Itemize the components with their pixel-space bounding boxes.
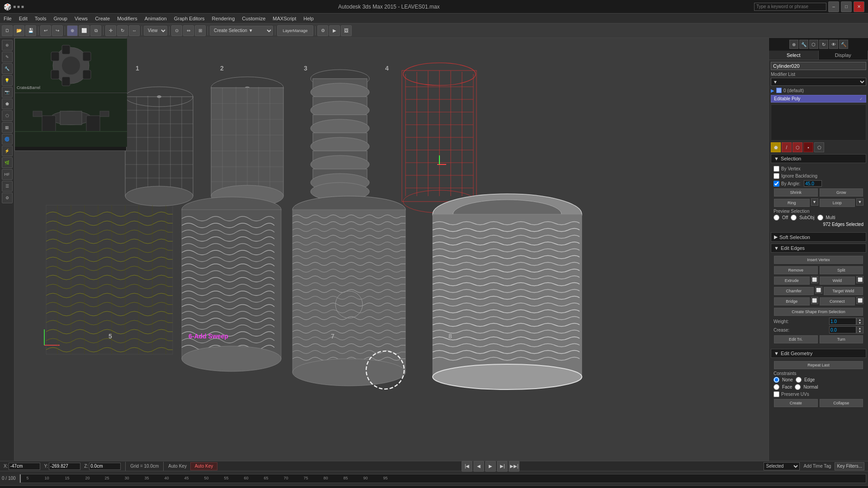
modify-tab[interactable]: 🔧 xyxy=(799,40,808,49)
window-crossing-button[interactable]: ⧉ xyxy=(90,25,101,36)
shrink-button[interactable]: Shrink xyxy=(774,188,818,197)
ring-spinner[interactable]: ▼ xyxy=(811,198,818,206)
go-start-button[interactable]: |◀ xyxy=(462,461,472,472)
sidebar-btn-3[interactable]: 🔧 xyxy=(2,63,13,74)
menu-group[interactable]: Group xyxy=(50,15,71,22)
element-icon[interactable]: ⬠ xyxy=(814,142,824,152)
preview-off-radio[interactable] xyxy=(774,215,779,221)
display-tab[interactable]: 👁 xyxy=(829,40,838,49)
vertex-icon[interactable]: ⬟ xyxy=(771,142,781,152)
sidebar-btn-13[interactable]: ☰ xyxy=(2,181,13,192)
ring-button[interactable]: Ring xyxy=(774,199,810,207)
menu-animation[interactable]: Animation xyxy=(141,15,170,22)
sidebar-btn-5[interactable]: 📷 xyxy=(2,87,13,98)
chamfer-button[interactable]: Chamfer xyxy=(774,287,814,295)
select-move-button[interactable]: ✛ xyxy=(105,25,116,36)
menu-views[interactable]: Views xyxy=(71,15,91,22)
object-name-field[interactable] xyxy=(771,62,866,70)
crease-spinner[interactable]: ▲ ▼ xyxy=(856,326,863,333)
sidebar-btn-8[interactable]: ▦ xyxy=(2,122,13,133)
prev-frame-button[interactable]: ◀ xyxy=(473,461,484,472)
turn-button[interactable]: Turn xyxy=(820,335,863,343)
loop-spinner[interactable]: ▼ xyxy=(856,198,863,206)
minimize-button[interactable]: – xyxy=(828,1,839,12)
play-button[interactable]: ▶ xyxy=(485,461,496,472)
sidebar-btn-4[interactable]: 💡 xyxy=(2,75,13,86)
y-coord-input[interactable] xyxy=(49,463,80,470)
extrude-button[interactable]: Extrude xyxy=(774,277,810,285)
menu-rendering[interactable]: Rendering xyxy=(208,15,239,22)
weight-spinner[interactable]: ▲ ▼ xyxy=(856,318,863,325)
sidebar-btn-14[interactable]: ⚙ xyxy=(2,192,13,203)
menu-create[interactable]: Create xyxy=(91,15,113,22)
by-angle-input[interactable] xyxy=(804,180,822,187)
modifier-dropdown[interactable]: ▼ xyxy=(771,78,866,86)
edit-geometry-header[interactable]: ▼ Edit Geometry xyxy=(771,349,866,358)
split-button[interactable]: Split xyxy=(820,266,863,274)
connect-button[interactable]: Connect xyxy=(820,297,855,305)
new-button[interactable]: 🗋 xyxy=(2,25,13,36)
autokey-button[interactable]: Auto Key xyxy=(190,462,217,470)
go-end-button[interactable]: ▶▶| xyxy=(509,461,519,472)
weight-input[interactable] xyxy=(829,318,856,325)
edit-tri-button[interactable]: Edit Tri. xyxy=(774,335,818,343)
target-weld-button[interactable]: Target Weld xyxy=(824,287,863,295)
modifier-editable-poly[interactable]: Editable Poly ✓ xyxy=(771,95,866,103)
utility-tab[interactable]: 🔨 xyxy=(839,40,848,49)
sidebar-btn-10[interactable]: ⚡ xyxy=(2,145,13,156)
pivot-button[interactable]: ⊙ xyxy=(171,25,182,36)
select-object-button[interactable]: ⊕ xyxy=(67,25,78,36)
loop-button[interactable]: Loop xyxy=(820,199,855,207)
create-shape-button[interactable]: Create Shape From Selection xyxy=(774,308,863,316)
poly-icon[interactable]: ▪ xyxy=(803,142,813,152)
none-radio[interactable] xyxy=(774,377,779,383)
align-button[interactable]: ⊞ xyxy=(195,25,206,36)
repeat-last-button[interactable]: Repeat Last xyxy=(774,361,863,369)
redo-button[interactable]: ↪ xyxy=(52,25,63,36)
sidebar-btn-6[interactable]: ⬟ xyxy=(2,99,13,109)
insert-vertex-button[interactable]: Insert Vertex xyxy=(774,256,863,264)
selection-dropdown[interactable]: Create Selection ▼ xyxy=(210,26,273,36)
grow-button[interactable]: Grow xyxy=(820,188,863,197)
normal-radio[interactable] xyxy=(795,384,801,390)
chamfer-settings[interactable]: ⬜ xyxy=(815,286,822,294)
render-frame-button[interactable]: 🖼 xyxy=(341,25,352,36)
scale-button[interactable]: ↔ xyxy=(129,25,140,36)
close-button[interactable]: ✕ xyxy=(854,1,864,12)
tab-select[interactable]: Select xyxy=(769,51,819,60)
render-button[interactable]: ▶ xyxy=(329,25,340,36)
menu-tools[interactable]: Tools xyxy=(31,15,50,22)
undo-button[interactable]: ↩ xyxy=(40,25,51,36)
menu-modifiers[interactable]: Modifiers xyxy=(113,15,141,22)
border-icon[interactable]: ⬡ xyxy=(793,142,802,152)
menu-graph-editors[interactable]: Graph Editors xyxy=(170,15,208,22)
view-dropdown[interactable]: View xyxy=(144,26,167,36)
by-vertex-checkbox[interactable] xyxy=(774,166,779,172)
sidebar-btn-2[interactable]: ✎ xyxy=(2,52,13,62)
create-tab[interactable]: ⊕ xyxy=(789,40,798,49)
edge-icon[interactable]: / xyxy=(782,142,792,152)
remove-button[interactable]: Remove xyxy=(774,266,818,274)
sidebar-btn-11[interactable]: 🌿 xyxy=(2,157,13,168)
ignore-backfacing-checkbox[interactable] xyxy=(774,173,779,179)
layer-manager-button[interactable]: LayerManage xyxy=(277,25,313,36)
preserve-uvs-checkbox[interactable] xyxy=(774,391,779,397)
crease-input[interactable] xyxy=(829,326,856,333)
timeline-track[interactable]: 5 10 15 20 25 30 35 40 45 50 55 60 65 70… xyxy=(19,474,866,483)
hierarchy-tab[interactable]: ⬡ xyxy=(809,40,818,49)
create-button[interactable]: Create xyxy=(774,399,818,407)
next-frame-button[interactable]: ▶| xyxy=(497,461,508,472)
weld-button[interactable]: Weld xyxy=(820,277,855,285)
by-angle-checkbox[interactable] xyxy=(774,181,779,187)
preview-subobj-radio[interactable] xyxy=(791,215,797,221)
selected-dropdown[interactable]: Selected xyxy=(764,462,800,470)
menu-edit[interactable]: Edit xyxy=(15,15,31,22)
sidebar-btn-9[interactable]: 🌀 xyxy=(2,134,13,145)
render-setup-button[interactable]: ⚙ xyxy=(317,25,328,36)
motion-tab[interactable]: ↻ xyxy=(819,40,828,49)
selection-header[interactable]: ▼ Selection xyxy=(771,154,866,163)
menu-help[interactable]: Help xyxy=(300,15,317,22)
edge-radio[interactable] xyxy=(796,377,802,383)
menu-maxscript[interactable]: MAXScript xyxy=(269,15,300,22)
menu-file[interactable]: File xyxy=(0,15,15,22)
